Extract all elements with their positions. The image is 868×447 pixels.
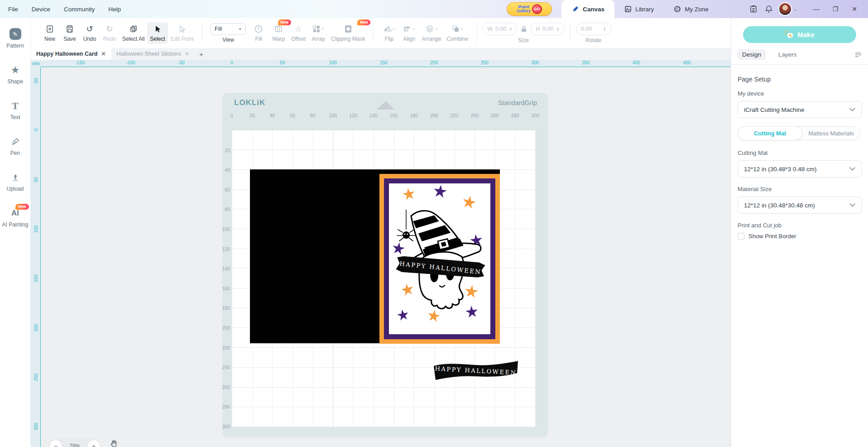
- pen-icon: [10, 136, 21, 147]
- mat-h-tick-label: 60: [290, 113, 295, 118]
- tab-my-zone[interactable]: My Zone: [664, 0, 719, 18]
- halloween-card[interactable]: HAPPY HALLOWEEN: [379, 174, 500, 344]
- right-panel: Make Design Layers Page Setup My device …: [731, 18, 868, 447]
- matless-materials-toggle-option[interactable]: Matless Materials: [802, 130, 860, 137]
- save-button[interactable]: Save: [60, 22, 80, 44]
- ipaint-gallery-badge[interactable]: iPaintGallery GO: [507, 2, 552, 16]
- select-all-button[interactable]: Select All: [120, 22, 147, 44]
- cutting-mat-select[interactable]: 12*12 in (30.48*3 0.48 cm): [738, 160, 862, 178]
- menu-device[interactable]: Device: [32, 6, 50, 13]
- material-size-label: Material Size: [738, 186, 862, 192]
- sidebar-item-pen[interactable]: Pen: [1, 136, 30, 157]
- lock-icon[interactable]: [521, 25, 527, 33]
- mat-h-tick-label: 240: [470, 113, 479, 118]
- offset-button[interactable]: ☆ Offset: [288, 22, 308, 44]
- print-and-cut-label: Print and Cut job: [738, 222, 862, 229]
- sidebar-item-shape[interactable]: ★ Shape: [1, 65, 30, 85]
- toolbar-divider: [570, 23, 571, 43]
- mat-h-tick-label: 200: [430, 113, 438, 118]
- sidebar-item-text[interactable]: T Text: [1, 101, 30, 121]
- chevron-down-icon: [849, 108, 855, 111]
- select-tool-button[interactable]: Select: [147, 22, 168, 44]
- tab-design[interactable]: Design: [738, 49, 766, 60]
- arrange-button[interactable]: Arrange: [419, 22, 444, 44]
- doc-tab-halloween-sheet-stickers[interactable]: Halloween Sheet Stickers ✕: [111, 48, 195, 60]
- make-button[interactable]: Make: [743, 26, 856, 43]
- collapse-panel-icon[interactable]: [854, 52, 862, 58]
- sidebar-item-upload[interactable]: Upload: [1, 172, 30, 192]
- app-window: File Device Community Help iPaintGallery…: [0, 0, 868, 447]
- loose-halloween-banner[interactable]: HAPPY HALLOWEEN: [433, 360, 519, 381]
- h-ruler-label: 400: [633, 60, 640, 65]
- tab-canvas[interactable]: Canvas: [561, 0, 614, 18]
- cursor-icon: [153, 24, 162, 34]
- menu-community[interactable]: Community: [64, 6, 95, 13]
- menu-help[interactable]: Help: [108, 6, 121, 13]
- fill-button[interactable]: ? Fill: [249, 22, 269, 44]
- show-print-border-checkbox[interactable]: [738, 233, 744, 240]
- redo-button[interactable]: ↻ Redo: [100, 22, 120, 44]
- h-ruler-label: 0: [230, 60, 233, 65]
- warp-button[interactable]: New Warp: [269, 22, 288, 44]
- close-tab-icon[interactable]: ✕: [185, 51, 189, 57]
- restore-button[interactable]: ❐: [826, 2, 844, 16]
- cutting-mat[interactable]: LOKLiK StandardGrip 02040608010012014016…: [222, 93, 548, 437]
- flip-button[interactable]: Flip: [379, 22, 399, 44]
- height-input[interactable]: H 0.00 ▲▼: [531, 23, 564, 35]
- notifications-bell-icon[interactable]: [763, 3, 775, 15]
- avatar-chevron-down-icon[interactable]: ⌄: [794, 7, 797, 12]
- pan-hand-icon[interactable]: [110, 439, 119, 447]
- zoom-out-button[interactable]: −: [50, 440, 62, 447]
- mat-grid-area[interactable]: HAPPY HALLOWEEN HAPPY HALLOWEEN: [232, 130, 535, 427]
- clipping-mask-button[interactable]: New Clipping Mask: [328, 22, 368, 44]
- view-mode-control[interactable]: Fill ▼ View: [208, 21, 249, 45]
- mat-v-tick-label: 200: [222, 325, 230, 331]
- tab-layers[interactable]: Layers: [774, 49, 801, 60]
- close-tab-icon[interactable]: ✕: [101, 51, 106, 57]
- array-button[interactable]: Array: [308, 22, 328, 44]
- horizontal-ruler: -150-100-50050100150200250300350400450: [41, 60, 731, 67]
- flip-icon: [383, 24, 395, 34]
- add-tab-button[interactable]: +: [195, 48, 208, 60]
- material-size-select[interactable]: 12*12 in (30.48*30.48 cm): [738, 197, 862, 214]
- sidebar-item-pattern[interactable]: ✎ Pattern: [1, 28, 30, 49]
- h-ruler-label: 50: [280, 60, 285, 65]
- sidebar-item-ai-painting[interactable]: New AI AI Painting: [1, 208, 30, 228]
- go-button[interactable]: GO: [532, 4, 542, 14]
- cutting-mat-toggle-option[interactable]: Cutting Mat: [738, 126, 802, 140]
- tab-library-label: Library: [635, 6, 654, 13]
- menu-file[interactable]: File: [8, 6, 18, 13]
- ghost-witch-hat-illustration[interactable]: [393, 196, 488, 309]
- height-stepper[interactable]: ▲▼: [556, 27, 560, 31]
- cutting-mat-label: Cutting Mat: [738, 149, 862, 156]
- new-button[interactable]: New: [40, 22, 60, 44]
- v-ruler-label: 100: [34, 226, 38, 233]
- undo-button[interactable]: ↺ Undo: [80, 22, 100, 44]
- minimize-button[interactable]: —: [807, 2, 825, 16]
- rotate-input[interactable]: 0.00 ▲▼: [576, 23, 611, 35]
- width-stepper[interactable]: ▲▼: [509, 27, 512, 31]
- zoom-level: 78%: [69, 443, 80, 447]
- pen-nib-icon: [571, 5, 579, 13]
- window-controls: — ❐ ✕: [807, 2, 863, 16]
- tasklist-icon[interactable]: [748, 3, 759, 15]
- zoom-in-button[interactable]: +: [88, 440, 100, 447]
- close-button[interactable]: ✕: [845, 2, 863, 16]
- clipping-mask-new-badge: New: [357, 19, 370, 25]
- edit-point-button[interactable]: Edit Point: [168, 22, 197, 44]
- device-select[interactable]: iCraft Cutting Machine: [738, 101, 862, 118]
- rotate-stepper[interactable]: ▲▼: [603, 27, 606, 31]
- select-all-icon: [129, 24, 138, 34]
- doc-tab-happy-halloween-card[interactable]: Happy Halloween Card ✕: [31, 48, 111, 60]
- h-ruler-label: 350: [582, 60, 590, 65]
- design-canvas[interactable]: mm -150-100-5005010015020025030035040045…: [31, 60, 731, 447]
- user-avatar[interactable]: [778, 2, 792, 16]
- align-button[interactable]: Align: [399, 22, 419, 44]
- view-mode-select[interactable]: Fill ▼: [211, 23, 246, 35]
- tab-library[interactable]: Library: [614, 0, 664, 18]
- combine-button[interactable]: Combine: [444, 22, 471, 44]
- mat-v-tick-label: 260: [222, 385, 230, 390]
- mat-v-tick-label: 40: [225, 167, 230, 173]
- width-input[interactable]: W 0.00 ▲▼: [482, 23, 517, 35]
- tab-my-zone-label: My Zone: [685, 6, 709, 13]
